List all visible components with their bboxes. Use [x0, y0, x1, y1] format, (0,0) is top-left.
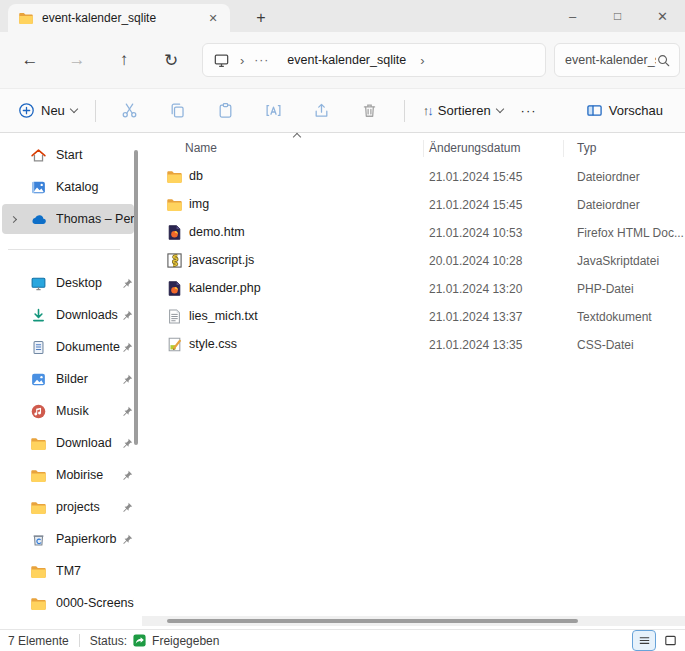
up-button[interactable]: ↑ [107, 43, 141, 77]
file-row-kalender-php[interactable]: kalender.php 21.01.2024 13:20 PHP-Datei [142, 275, 685, 303]
refresh-button[interactable]: ↻ [154, 43, 188, 77]
pin-icon [121, 309, 134, 322]
command-toolbar: Neu ↑↓ Sortieren ··· Vors [0, 88, 685, 133]
folder-icon [166, 196, 183, 213]
column-header-name[interactable]: Name [185, 141, 217, 155]
address-bar[interactable]: › ··· event-kalender_sqlite › [202, 43, 546, 77]
close-button[interactable]: ✕ [640, 0, 685, 32]
file-row-db[interactable]: db 21.01.2024 15:45 Dateiordner [142, 163, 685, 191]
sidebar-item-papierkorb[interactable]: Papierkorb [2, 524, 134, 554]
column-divider[interactable] [423, 140, 424, 157]
column-divider[interactable] [563, 140, 564, 157]
breadcrumb-chevron-icon[interactable]: › [420, 53, 424, 68]
sidebar-item-downloads[interactable]: Downloads [2, 300, 134, 330]
sort-button[interactable]: ↑↓ Sortieren [415, 97, 511, 124]
column-header-type[interactable]: Typ [577, 141, 596, 155]
chevron-down-icon [70, 105, 78, 113]
share-icon [313, 102, 330, 119]
new-tab-button[interactable]: + [248, 6, 274, 30]
window-controls: – □ ✕ [550, 0, 685, 32]
folder-icon [30, 467, 47, 484]
rename-icon [265, 102, 282, 119]
sidebar-item-desktop[interactable]: Desktop [2, 268, 134, 298]
horizontal-scrollbar-track[interactable] [142, 616, 685, 626]
file-row-style-css[interactable]: style.css 21.01.2024 13:35 CSS-Datei [142, 331, 685, 359]
forward-button[interactable]: → [60, 43, 94, 77]
details-view-icon [637, 633, 652, 648]
breadcrumb-folder[interactable]: event-kalender_sqlite [287, 53, 406, 67]
maximize-button[interactable]: □ [595, 0, 640, 32]
tab-close-button[interactable]: ✕ [204, 9, 222, 27]
delete-button[interactable] [354, 95, 386, 127]
sidebar-item-projects[interactable]: projects [2, 492, 134, 522]
file-row-lies-mich-txt[interactable]: lies_mich.txt 21.01.2024 13:37 Textdokum… [142, 303, 685, 331]
file-row-img[interactable]: img 21.01.2024 15:45 Dateiordner [142, 191, 685, 219]
sidebar-item-musik[interactable]: Musik [2, 396, 134, 426]
pin-icon [121, 405, 134, 418]
file-row-javascript-js[interactable]: javascript.js 20.01.2024 10:28 JavaSkrip… [142, 247, 685, 275]
file-list: Name Änderungsdatum Typ db 21.01.2024 15… [142, 133, 685, 629]
more-options-button[interactable]: ··· [511, 97, 547, 124]
trash-icon [361, 102, 378, 119]
firefox-document-icon [166, 224, 183, 241]
firefox-document-icon [166, 280, 183, 297]
search-value: event-kalender_sqlite [565, 53, 656, 67]
folder-icon [18, 10, 34, 26]
sidebar-item-tm7[interactable]: TM7 [2, 556, 134, 586]
sort-arrows-icon: ↑↓ [423, 103, 432, 118]
sidebar-item-screenshots[interactable]: 0000-Screensho [2, 588, 134, 618]
details-view-button[interactable] [633, 631, 655, 650]
pin-icon [121, 341, 134, 354]
search-icon[interactable] [656, 53, 671, 68]
sidebar-item-katalog[interactable]: Katalog [2, 172, 134, 202]
css-document-icon [166, 336, 183, 353]
folder-icon [30, 563, 47, 580]
main-area: Start Katalog Thomas – Persö Desktop Dow… [0, 133, 685, 629]
icons-view-button[interactable] [659, 631, 681, 650]
chevron-down-icon [495, 105, 503, 113]
desktop-icon [30, 275, 47, 292]
preview-button[interactable]: Vorschau [578, 96, 671, 125]
cut-button[interactable] [114, 95, 146, 127]
horizontal-scrollbar-thumb[interactable] [167, 619, 578, 623]
new-button[interactable]: Neu [10, 96, 85, 125]
sidebar-item-start[interactable]: Start [2, 140, 134, 170]
icons-view-icon [663, 633, 678, 648]
onedrive-cloud-icon [30, 211, 47, 228]
this-pc-icon[interactable] [213, 52, 230, 69]
javascript-scroll-icon [166, 252, 183, 269]
folder-icon [30, 499, 47, 516]
copy-button[interactable] [162, 95, 194, 127]
pin-icon [121, 469, 134, 482]
sidebar-item-download[interactable]: Download [2, 428, 134, 458]
share-button[interactable] [306, 95, 338, 127]
breadcrumb-overflow-button[interactable]: ··· [254, 53, 269, 67]
sort-ascending-icon [293, 133, 301, 141]
breadcrumb-chevron-icon: › [240, 53, 244, 68]
pictures-icon [30, 371, 47, 388]
copy-icon [169, 102, 186, 119]
sidebar-item-bilder[interactable]: Bilder [2, 364, 134, 394]
status-label: Status: [90, 634, 127, 648]
paste-button[interactable] [210, 95, 242, 127]
folder-icon [30, 595, 47, 612]
explorer-tab[interactable]: event-kalender_sqlite ✕ [8, 4, 230, 32]
recycle-bin-icon [30, 531, 47, 548]
rename-button[interactable] [258, 95, 290, 127]
search-input[interactable]: event-kalender_sqlite [554, 43, 680, 77]
sidebar-item-mobirise[interactable]: Mobirise [2, 460, 134, 490]
downloads-arrow-icon [30, 307, 47, 324]
text-document-icon [166, 308, 183, 325]
column-header-date[interactable]: Änderungsdatum [429, 141, 520, 155]
pin-icon [121, 277, 134, 290]
chevron-right-icon[interactable] [10, 215, 17, 222]
view-switcher [633, 631, 681, 650]
back-button[interactable]: ← [13, 43, 47, 77]
file-row-demo-htm[interactable]: demo.htm 21.01.2024 10:53 Firefox HTML D… [142, 219, 685, 247]
sidebar-separator [8, 249, 120, 250]
sidebar-item-onedrive[interactable]: Thomas – Persö [2, 204, 134, 234]
sidebar-item-dokumente[interactable]: Dokumente [2, 332, 134, 362]
sidebar-scrollbar[interactable] [134, 150, 138, 445]
minimize-button[interactable]: – [550, 0, 595, 32]
toolbar-divider [95, 100, 96, 122]
